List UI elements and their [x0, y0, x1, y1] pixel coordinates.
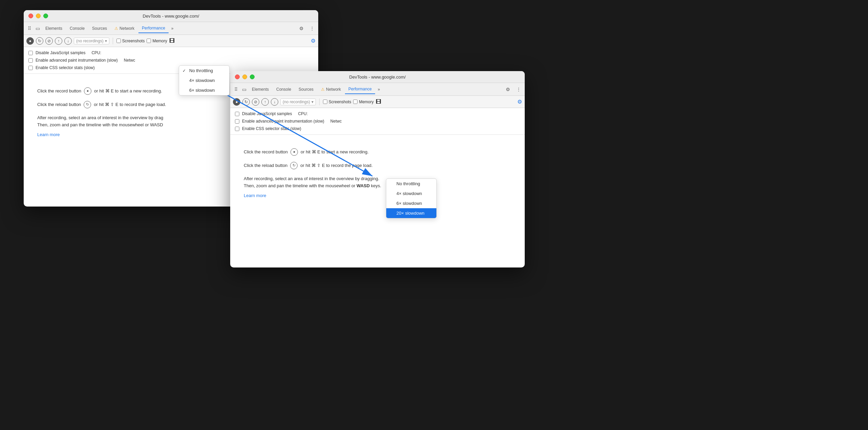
device-icon-2[interactable]: ▭: [240, 86, 248, 93]
warning-icon-1: ⚠: [114, 26, 118, 31]
tab-network-1[interactable]: ⚠ Network: [111, 24, 138, 33]
cpu-label-1: CPU:: [91, 50, 101, 55]
reload-inline-btn-1: ↻: [84, 101, 91, 108]
memory-group-2: Memory: [353, 100, 373, 104]
tab-elements-1[interactable]: Elements: [42, 24, 66, 33]
tab-network-2[interactable]: ⚠ Network: [318, 85, 344, 94]
tab-console-2[interactable]: Console: [273, 85, 295, 94]
after-recording-line2-2: Then, zoom and pan the timeline with the…: [244, 182, 511, 190]
main-content-2: Click the record button ● or hit ⌘ E to …: [230, 135, 525, 213]
download-btn-2[interactable]: ↓: [271, 98, 278, 106]
enable-paint-checkbox-2[interactable]: [235, 119, 239, 124]
disable-js-checkbox-2[interactable]: [235, 112, 239, 116]
dropdown-item-6x-2[interactable]: 6× slowdown: [386, 198, 436, 208]
upload-btn-2[interactable]: ↑: [261, 98, 269, 106]
cpu-dropdown-2: No throttling 4× slowdown 6× slowdown 20…: [386, 178, 437, 218]
record-btn-1[interactable]: ●: [26, 37, 34, 45]
reload-shortcut-2: or hit ⌘ ⇧ E to record the page load.: [300, 162, 372, 169]
download-btn-1[interactable]: ↓: [64, 37, 72, 45]
settings-row-js-1: Disable JavaScript samples CPU:: [28, 50, 313, 55]
network-label-1: Netwc: [124, 58, 135, 63]
recordings-placeholder-2: (no recordings): [283, 100, 310, 104]
close-button-1[interactable]: [28, 14, 33, 18]
settings-gear-1[interactable]: ⚙: [311, 38, 316, 44]
clear-btn-2[interactable]: ⊘: [252, 98, 259, 106]
cpu-dropdown-1: ✓ No throttling 4× slowdown 6× slowdown: [179, 65, 230, 95]
record-btn-2[interactable]: ●: [233, 98, 240, 106]
reload-shortcut-1: or hit ⌘ ⇧ E to record the page load.: [94, 101, 166, 108]
screenshots-label-2: Screenshots: [329, 100, 351, 104]
minimize-button-1[interactable]: [36, 14, 41, 18]
inspector-icon-1[interactable]: ⠿: [26, 25, 33, 32]
titlebar-1: DevTools - www.google.com/: [24, 10, 318, 22]
memory-group-1: Memory: [147, 39, 167, 43]
record-text-1: Click the record button: [37, 88, 81, 95]
enable-paint-label-2: Enable advanced paint instrumentation (s…: [242, 119, 324, 124]
toolbar-2: ● ↻ ⊘ ↑ ↓ (no recordings) ▾ Screenshots …: [230, 96, 525, 108]
reload-btn-1[interactable]: ↻: [36, 37, 43, 45]
dropdown-item-4x-1[interactable]: 4× slowdown: [179, 76, 229, 85]
divider-2: [319, 99, 320, 105]
window-title-2: DevTools - www.google.com/: [349, 74, 406, 80]
recordings-select-1[interactable]: (no recordings) ▾: [74, 38, 109, 44]
memory-checkbox-2[interactable]: [353, 100, 357, 104]
dropdown-item-20x-2[interactable]: 20× slowdown: [386, 208, 436, 218]
dropdown-item-no-throttling-1[interactable]: ✓ No throttling: [179, 66, 229, 76]
dropdown-item-6x-1[interactable]: 6× slowdown: [179, 85, 229, 95]
minimize-button-2[interactable]: [242, 74, 247, 79]
screenshots-checkbox-2[interactable]: [323, 100, 327, 104]
maximize-button-1[interactable]: [43, 14, 48, 18]
more-options-icon-2[interactable]: ⋮: [515, 85, 523, 93]
clear-btn-1[interactable]: ⊘: [45, 37, 53, 45]
record-inline-btn-2: ●: [290, 148, 298, 156]
disable-js-checkbox-1[interactable]: [28, 51, 33, 55]
tab-sources-2[interactable]: Sources: [295, 85, 317, 94]
settings-icon-1[interactable]: ⚙: [297, 24, 305, 33]
reload-instruction-2: Click the reload button ↻ or hit ⌘ ⇧ E t…: [244, 162, 511, 169]
settings-panel-2: Disable JavaScript samples CPU: Enable a…: [230, 108, 525, 135]
device-icon-1[interactable]: ▭: [34, 25, 41, 32]
maximize-button-2[interactable]: [250, 74, 255, 79]
enable-css-checkbox-2[interactable]: [235, 127, 239, 131]
enable-paint-checkbox-1[interactable]: [28, 58, 33, 63]
screenshots-group-1: Screenshots: [116, 39, 145, 43]
check-icon-1: ✓: [182, 68, 186, 73]
settings-gear-2[interactable]: ⚙: [517, 99, 522, 105]
record-inline-btn-1: ●: [84, 87, 91, 95]
dropdown-item-4x-2[interactable]: 4× slowdown: [386, 189, 436, 198]
tab-performance-2[interactable]: Performance: [345, 85, 375, 94]
disable-js-label-1: Disable JavaScript samples: [36, 50, 85, 55]
settings-row-css-1: Enable CSS selector stats (slow): [28, 65, 313, 70]
memory-checkbox-1[interactable]: [147, 39, 151, 43]
more-options-icon-1[interactable]: ⋮: [308, 24, 316, 33]
close-button-2[interactable]: [235, 74, 240, 79]
window-controls-1: [28, 14, 48, 18]
dropdown-item-no-throttling-2[interactable]: No throttling: [386, 179, 436, 189]
learn-more-link-1[interactable]: Learn more: [37, 132, 60, 137]
tab-sources-1[interactable]: Sources: [89, 24, 110, 33]
learn-more-link-2[interactable]: Learn more: [244, 193, 266, 198]
more-tabs-1[interactable]: »: [169, 25, 176, 32]
after-recording-line1-2: After recording, select an area of inter…: [244, 175, 511, 182]
memory-label-1: Memory: [152, 39, 167, 43]
network-label-2: Netwc: [330, 119, 342, 124]
recordings-placeholder-1: (no recordings): [76, 39, 104, 43]
upload-btn-1[interactable]: ↑: [55, 37, 62, 45]
inspector-icon-2[interactable]: ⠿: [232, 86, 240, 93]
disable-js-label-2: Disable JavaScript samples: [242, 111, 292, 116]
recordings-select-2[interactable]: (no recordings) ▾: [280, 99, 316, 105]
reload-btn-2[interactable]: ↻: [242, 98, 250, 106]
tab-console-1[interactable]: Console: [66, 24, 88, 33]
record-shortcut-2: or hit ⌘ E to start a new recording.: [301, 149, 369, 156]
screenshots-label-1: Screenshots: [122, 39, 145, 43]
enable-css-label-2: Enable CSS selector stats (slow): [242, 126, 301, 131]
tab-performance-1[interactable]: Performance: [138, 24, 169, 33]
more-tabs-2[interactable]: »: [376, 86, 382, 93]
enable-css-checkbox-1[interactable]: [28, 66, 33, 70]
reload-inline-btn-2: ↻: [290, 162, 298, 169]
settings-icon-2[interactable]: ⚙: [504, 85, 512, 93]
tab-elements-2[interactable]: Elements: [248, 85, 272, 94]
film-icon-2: 🎞: [376, 99, 381, 105]
screenshots-checkbox-1[interactable]: [116, 39, 121, 43]
reload-text-1: Click the reload button: [37, 101, 81, 108]
